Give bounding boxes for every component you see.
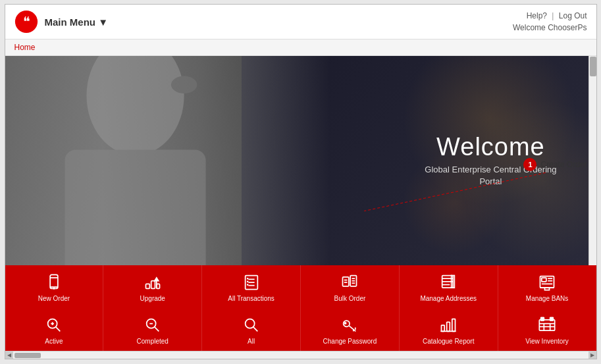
all-label: All	[248, 338, 255, 345]
h-scroll-track	[13, 351, 588, 359]
bulk-order-label: Bulk Order	[334, 295, 366, 302]
logout-link[interactable]: Log Out	[559, 11, 587, 20]
svg-text:❝: ❝	[22, 14, 30, 29]
inventory-icon	[538, 316, 556, 334]
completed-label: Completed	[137, 338, 169, 345]
all-button[interactable]: All	[202, 308, 301, 351]
register-icon	[538, 273, 556, 292]
svg-rect-18	[247, 278, 248, 279]
breadcrumb-home[interactable]: Home	[14, 43, 36, 52]
svg-rect-64	[550, 317, 554, 321]
svg-rect-53	[344, 322, 347, 325]
svg-rect-58	[539, 319, 554, 330]
header-left: ❝ Main Menu ▼	[14, 10, 109, 34]
upgrade-icon	[144, 273, 162, 292]
main-window: ❝ Main Menu ▼ Help? | Log Out Welcome Ch…	[5, 4, 597, 359]
header-right: Help? | Log Out Welcome ChooserPs	[513, 10, 587, 34]
book-icon	[439, 273, 457, 292]
active-label: Active	[45, 338, 63, 345]
all-transactions-button[interactable]: All Transactions	[202, 265, 301, 308]
annotation-badge: 1	[523, 158, 536, 171]
main-menu-label[interactable]: Main Menu ▼	[45, 16, 109, 28]
svg-rect-11	[151, 280, 155, 288]
svg-point-2	[86, 56, 184, 155]
svg-rect-21	[343, 276, 349, 286]
phone-icon	[45, 273, 63, 292]
active-button[interactable]: Active	[5, 308, 104, 351]
hero-banner: Welcome Global Enterprise Central Orderi…	[5, 56, 596, 265]
upgrade-label: Upgrade	[140, 295, 165, 302]
list-icon	[242, 273, 261, 292]
vertical-scrollbar[interactable]	[588, 56, 596, 265]
new-order-button[interactable]: New Order	[5, 265, 104, 308]
new-order-label: New Order	[38, 295, 70, 302]
horizontal-scrollbar[interactable]: ◀ ▶	[5, 351, 596, 359]
catalogue-report-button[interactable]: Catalogue Report	[400, 308, 498, 351]
vodafone-logo: ❝	[14, 10, 38, 34]
catalogue-report-label: Catalogue Report	[423, 338, 474, 345]
welcome-text: Welcome ChooserPs	[513, 23, 587, 32]
manage-addresses-button[interactable]: Manage Addresses	[400, 265, 498, 308]
hero-person-silhouette	[5, 56, 330, 265]
view-inventory-label: View Inventory	[525, 338, 568, 345]
svg-line-41	[56, 326, 60, 330]
chart-icon	[439, 316, 457, 334]
upgrade-button[interactable]: Upgrade	[103, 265, 202, 308]
search-plus-icon	[45, 316, 63, 334]
svg-rect-63	[541, 317, 544, 321]
change-password-label: Change Password	[323, 338, 377, 345]
svg-point-47	[245, 319, 254, 328]
svg-rect-34	[542, 278, 546, 282]
svg-rect-3	[65, 150, 205, 265]
view-inventory-button[interactable]: View Inventory	[498, 308, 596, 351]
completed-button[interactable]: Completed	[103, 308, 202, 351]
svg-rect-54	[442, 325, 445, 331]
svg-rect-55	[447, 322, 450, 331]
svg-line-50	[350, 326, 356, 331]
svg-point-9	[53, 288, 54, 288]
icon-bar-row2: Active Completed All	[5, 308, 596, 351]
h-scroll-thumb[interactable]	[14, 353, 41, 358]
manage-bans-button[interactable]: Manage BANs	[498, 265, 596, 308]
main-content: Welcome Global Enterprise Central Orderi…	[5, 56, 596, 359]
all-transactions-label: All Transactions	[228, 295, 274, 302]
hero-title: Welcome	[425, 133, 556, 161]
breadcrumb: Home	[5, 39, 596, 56]
svg-rect-10	[145, 284, 149, 288]
svg-rect-13	[157, 284, 160, 288]
svg-rect-20	[247, 284, 248, 285]
svg-rect-56	[452, 319, 456, 331]
key-icon	[340, 316, 359, 334]
annotation-label: Create Order	[540, 160, 587, 169]
create-order-annotation: 1 Create Order	[523, 158, 587, 171]
icon-bar: New Order Upgrade	[5, 265, 596, 351]
scroll-right-arrow[interactable]: ▶	[588, 351, 596, 359]
svg-rect-19	[247, 280, 248, 282]
header-divider: |	[552, 11, 554, 20]
svg-line-45	[155, 326, 159, 330]
search-icon	[242, 316, 261, 334]
bulk-order-button[interactable]: Bulk Order	[301, 265, 400, 308]
svg-point-4	[170, 76, 197, 93]
search-minus-icon	[144, 316, 162, 334]
manage-addresses-label: Manage Addresses	[420, 295, 477, 302]
scroll-thumb[interactable]	[590, 57, 596, 76]
manage-bans-label: Manage BANs	[526, 295, 568, 302]
icon-bar-row1: New Order Upgrade	[5, 265, 596, 308]
help-link[interactable]: Help?	[527, 11, 547, 20]
change-password-button[interactable]: Change Password	[301, 308, 400, 351]
scroll-left-arrow[interactable]: ◀	[5, 351, 13, 359]
bulk-icon	[340, 273, 359, 292]
svg-line-48	[253, 326, 257, 330]
header: ❝ Main Menu ▼ Help? | Log Out Welcome Ch…	[5, 5, 596, 39]
